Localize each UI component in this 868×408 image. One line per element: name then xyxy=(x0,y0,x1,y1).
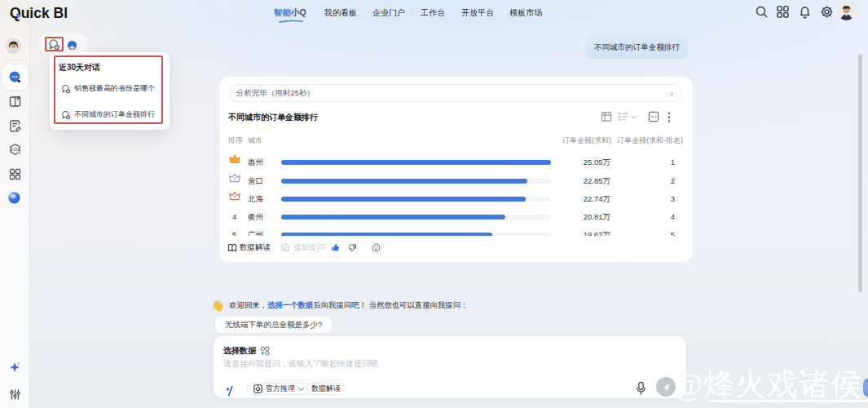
svg-text:POI: POI xyxy=(650,115,656,119)
svg-text:LOG: LOG xyxy=(11,148,20,152)
